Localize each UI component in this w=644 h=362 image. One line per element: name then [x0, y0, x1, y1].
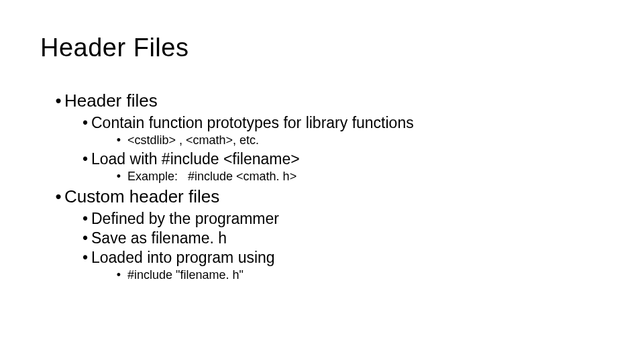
bullet-icon: •	[52, 90, 64, 111]
bullet-level2: • Loaded into program using	[79, 249, 604, 267]
slide: Header Files • Header files • Contain fu…	[0, 0, 644, 362]
bullet-icon: •	[79, 114, 91, 132]
bullet-icon: •	[79, 229, 91, 247]
bullet-text: Contain function prototypes for library …	[91, 114, 414, 132]
bullet-icon: •	[52, 186, 64, 207]
bullet-icon: •	[79, 210, 91, 228]
bullet-level1: • Header files	[52, 90, 604, 111]
bullet-text: Loaded into program using	[91, 249, 275, 267]
bullet-level1: • Custom header files	[52, 186, 604, 207]
bullet-level3: • Example: #include <cmath. h>	[113, 170, 604, 184]
slide-title: Header Files	[40, 34, 604, 62]
bullet-text: Example: #include <cmath. h>	[127, 170, 297, 184]
bullet-level2: • Defined by the programmer	[79, 210, 604, 228]
bullet-level3: • #include "filename. h"	[113, 268, 604, 282]
bullet-icon: •	[79, 150, 91, 168]
bullet-text: Save as filename. h	[91, 229, 227, 247]
bullet-text: #include "filename. h"	[127, 268, 244, 282]
bullet-level2: • Load with #include <filename>	[79, 150, 604, 168]
bullet-level3: • <cstdlib> , <cmath>, etc.	[113, 133, 604, 147]
bullet-icon: •	[113, 170, 125, 184]
bullet-text: Defined by the programmer	[91, 210, 279, 228]
bullet-icon: •	[113, 268, 125, 282]
bullet-text: Load with #include <filename>	[91, 150, 300, 168]
bullet-text: <cstdlib> , <cmath>, etc.	[127, 133, 259, 147]
bullet-text: Custom header files	[64, 186, 219, 207]
bullet-level2: • Save as filename. h	[79, 229, 604, 247]
bullet-icon: •	[79, 249, 91, 267]
bullet-icon: •	[113, 133, 125, 147]
bullet-text: Header files	[64, 90, 158, 111]
bullet-level2: • Contain function prototypes for librar…	[79, 114, 604, 132]
